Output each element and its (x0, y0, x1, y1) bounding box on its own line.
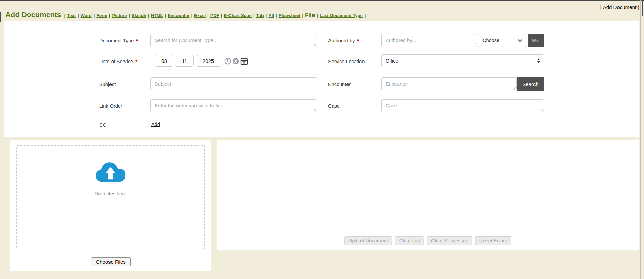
page-title: Add Documents (5, 11, 61, 19)
subject-input[interactable] (150, 77, 317, 90)
nav-link-word[interactable]: Word (81, 13, 92, 18)
window-border-left-dark (0, 12, 1, 22)
nav-link-all[interactable]: All (268, 13, 274, 18)
upload-actions: Upload Document Clear List Clear Success… (344, 236, 511, 245)
calendar-icon[interactable] (240, 57, 248, 65)
window-border-right-dark (642, 0, 643, 16)
document-form-panel: Document Type * Date of Service * Subjec… (4, 21, 639, 137)
case-input[interactable] (381, 99, 544, 112)
fieldset-top-rule (337, 16, 638, 16)
case-label: Case (328, 103, 340, 109)
nav-link-last-document-type[interactable]: Last Document Type (320, 13, 363, 18)
service-location-select[interactable]: Office (381, 54, 544, 67)
nav-link-encounter[interactable]: Encounter (168, 13, 189, 18)
nav-link-excel[interactable]: Excel (194, 13, 206, 18)
time-icon[interactable] (224, 58, 231, 65)
nav-link-flowsheet[interactable]: Flowsheet (279, 13, 301, 18)
encounter-field (381, 77, 517, 90)
choose-files-button[interactable]: Choose Files (91, 257, 131, 266)
service-location-label: Service Location (328, 58, 365, 65)
encounter-search-button[interactable]: Search (517, 77, 544, 91)
date-year-input[interactable] (196, 55, 221, 67)
link-order-label: Link Order (99, 103, 122, 109)
nav-link-text[interactable]: Text (67, 13, 76, 18)
date-day-input[interactable] (175, 55, 194, 67)
required-asterisk: * (135, 58, 137, 65)
add-documents-page: Add Document Add Documents Text Word For… (0, 0, 644, 279)
authored-by-me-button[interactable]: Me (528, 34, 544, 47)
document-type-nav: Text Word Form Picture Sketch HTML Encou… (63, 12, 366, 19)
date-month-input[interactable] (155, 55, 173, 67)
top-right-nav: Add Document (600, 4, 639, 10)
file-dropzone[interactable] (16, 145, 205, 249)
clear-date-icon[interactable] (232, 58, 239, 65)
clear-successes-button[interactable]: Clear Successes (427, 236, 472, 245)
link-order-input[interactable] (150, 99, 317, 112)
choose-select-value: Choose (482, 38, 499, 43)
encounter-input[interactable] (381, 77, 517, 90)
window-border-top (0, 0, 644, 1)
service-location-value: Office (386, 58, 399, 64)
nav-link-echart-scan[interactable]: E-Chart Scan (224, 13, 252, 18)
nav-link-file-active[interactable]: File (305, 12, 315, 19)
document-type-label: Document Type * (99, 38, 138, 44)
window-border-left (0, 0, 0, 279)
authored-by-choose-select[interactable]: Choose (478, 34, 526, 47)
upload-queue-panel: Upload Document Clear List Clear Success… (217, 140, 639, 250)
upload-document-button[interactable]: Upload Document (344, 236, 392, 245)
document-type-input[interactable] (150, 34, 317, 47)
up-down-arrows-icon (537, 58, 540, 63)
case-field (381, 99, 544, 112)
cloud-upload-icon (94, 162, 127, 186)
encounter-label: Encounter (328, 81, 351, 87)
cc-label: CC (99, 122, 106, 128)
page-edge-line (640, 0, 641, 279)
authored-by-label: Authored by * (328, 38, 359, 44)
cc-add-link[interactable]: Add (151, 122, 160, 127)
nav-link-sketch[interactable]: Sketch (132, 13, 146, 18)
add-document-link[interactable]: Add Document (603, 4, 637, 10)
required-asterisk: * (136, 38, 138, 44)
document-type-field (150, 34, 317, 47)
nav-link-tab[interactable]: Tab (256, 13, 264, 18)
page-header: Add Documents Text Word Form Picture Ske… (5, 11, 366, 19)
clear-list-button[interactable]: Clear List (395, 236, 424, 245)
subject-field (150, 77, 317, 90)
nav-link-html[interactable]: HTML (151, 13, 163, 18)
file-drop-card: Drop files here Choose Files (10, 140, 211, 271)
date-of-service-label: Date of Service * (99, 58, 137, 65)
subject-label: Subject (99, 81, 116, 87)
nav-link-form[interactable]: Form (96, 13, 107, 18)
reset-errors-button[interactable]: Reset Errors (475, 236, 511, 245)
authored-by-input[interactable] (381, 34, 476, 47)
drop-files-text: Drop files here (16, 191, 205, 196)
nav-link-pdf[interactable]: PDF (210, 13, 219, 18)
required-asterisk: * (357, 38, 359, 44)
authored-by-field (381, 34, 476, 47)
nav-link-picture[interactable]: Picture (112, 13, 127, 18)
link-order-field (150, 99, 317, 112)
chevron-down-icon (518, 38, 522, 43)
